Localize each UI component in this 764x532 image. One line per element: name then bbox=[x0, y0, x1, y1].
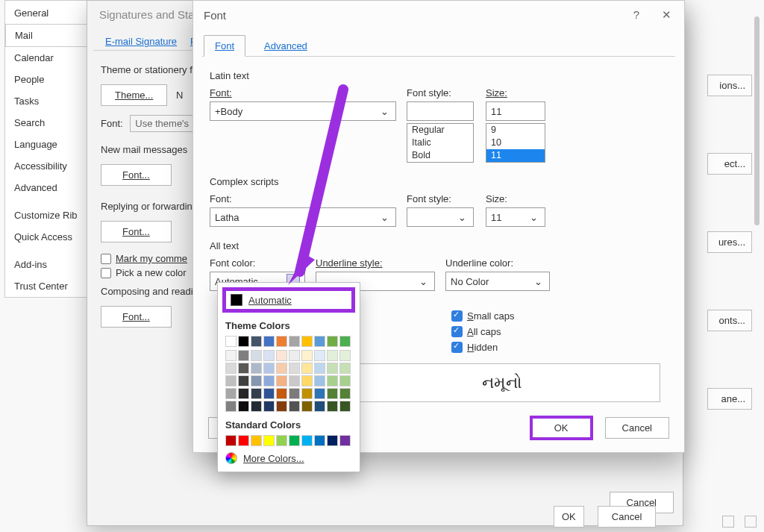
color-swatch[interactable] bbox=[289, 401, 300, 412]
latin-size-input[interactable]: 11 bbox=[486, 101, 545, 121]
theme-color-row[interactable] bbox=[222, 336, 355, 347]
color-swatch[interactable] bbox=[276, 336, 287, 347]
color-swatch[interactable] bbox=[263, 363, 275, 374]
stub-reading-pane[interactable]: ane... bbox=[707, 388, 752, 410]
latin-style-list[interactable]: Regular Italic Bold bbox=[407, 123, 474, 163]
complex-font-combo[interactable]: Latha⌄ bbox=[210, 207, 396, 227]
color-swatch[interactable] bbox=[327, 435, 338, 446]
color-swatch[interactable] bbox=[339, 336, 351, 347]
complex-size-combo[interactable]: 11⌄ bbox=[486, 207, 545, 227]
view-icon[interactable] bbox=[745, 516, 757, 528]
hidden-checkbox[interactable]: Hidden bbox=[451, 342, 515, 353]
color-swatch[interactable] bbox=[327, 375, 338, 387]
color-swatch[interactable] bbox=[301, 435, 313, 446]
color-swatch[interactable] bbox=[263, 350, 275, 361]
color-swatch[interactable] bbox=[314, 388, 325, 399]
color-swatch[interactable] bbox=[225, 350, 237, 361]
view-icon[interactable] bbox=[722, 516, 734, 528]
complex-style-combo[interactable]: ⌄ bbox=[407, 207, 474, 227]
color-swatch[interactable] bbox=[251, 388, 262, 399]
bg-ok-button[interactable]: OK bbox=[554, 506, 584, 528]
color-swatch[interactable] bbox=[314, 401, 325, 412]
color-swatch[interactable] bbox=[276, 350, 287, 361]
font-row-value[interactable]: Use theme's bbox=[130, 115, 194, 132]
color-swatch[interactable] bbox=[301, 388, 313, 399]
color-swatch[interactable] bbox=[301, 350, 313, 361]
color-swatch[interactable] bbox=[225, 388, 237, 399]
color-swatch[interactable] bbox=[314, 435, 325, 446]
small-caps-checkbox[interactable]: SSmall capsmall caps bbox=[451, 310, 515, 322]
latin-font-combo[interactable]: +Body⌄ bbox=[210, 101, 396, 121]
color-automatic-item[interactable]: Automatic bbox=[222, 287, 355, 313]
color-swatch[interactable] bbox=[289, 336, 300, 347]
color-swatch[interactable] bbox=[339, 350, 351, 361]
color-swatch[interactable] bbox=[276, 375, 287, 387]
color-swatch[interactable] bbox=[289, 388, 300, 399]
color-swatch[interactable] bbox=[276, 401, 287, 412]
color-swatch[interactable] bbox=[327, 401, 338, 412]
help-icon[interactable]: ? bbox=[629, 8, 644, 22]
color-swatch[interactable] bbox=[339, 401, 351, 412]
tab-email-signature[interactable]: E-mail Signature bbox=[104, 33, 178, 50]
color-swatch[interactable] bbox=[263, 435, 275, 446]
stub-options[interactable]: ions... bbox=[707, 75, 752, 96]
theme-button[interactable]: Theme... bbox=[101, 84, 167, 106]
underline-color-combo[interactable]: No Color⌄ bbox=[445, 272, 550, 291]
new-mail-font-button[interactable]: Font... bbox=[101, 164, 172, 186]
color-swatch[interactable] bbox=[327, 336, 338, 347]
color-swatch[interactable] bbox=[314, 350, 325, 361]
cancel-button[interactable]: Cancel bbox=[605, 417, 669, 439]
color-swatch[interactable] bbox=[225, 375, 237, 387]
color-swatch[interactable] bbox=[327, 350, 338, 361]
color-swatch[interactable] bbox=[314, 363, 325, 374]
color-swatch[interactable] bbox=[314, 336, 325, 347]
color-swatch[interactable] bbox=[276, 388, 287, 399]
color-swatch[interactable] bbox=[339, 375, 351, 387]
reply-font-button[interactable]: Font... bbox=[101, 221, 172, 242]
color-swatch[interactable] bbox=[251, 363, 262, 374]
color-swatch[interactable] bbox=[225, 435, 237, 446]
color-swatch[interactable] bbox=[301, 363, 313, 374]
color-swatch[interactable] bbox=[251, 375, 262, 387]
color-swatch[interactable] bbox=[339, 435, 351, 446]
font-color-popup[interactable]: Automatic Theme Colors Standard Colors M… bbox=[217, 282, 360, 472]
color-swatch[interactable] bbox=[238, 388, 249, 399]
color-swatch[interactable] bbox=[289, 375, 300, 387]
color-swatch[interactable] bbox=[289, 350, 300, 361]
standard-color-row[interactable] bbox=[222, 435, 355, 446]
theme-color-tints[interactable] bbox=[222, 350, 355, 412]
color-swatch[interactable] bbox=[251, 336, 262, 347]
all-caps-checkbox[interactable]: All caps bbox=[451, 326, 515, 337]
color-swatch[interactable] bbox=[225, 363, 237, 374]
tab-font[interactable]: Font bbox=[204, 35, 245, 57]
more-colors-item[interactable]: More Colors... bbox=[222, 446, 355, 467]
scrollbar[interactable] bbox=[754, 16, 760, 225]
stub-autocorrect[interactable]: ect... bbox=[707, 153, 752, 175]
color-swatch[interactable] bbox=[238, 363, 249, 374]
ok-button[interactable]: OK bbox=[531, 417, 592, 439]
close-icon[interactable]: ✕ bbox=[659, 8, 674, 22]
color-swatch[interactable] bbox=[327, 388, 338, 399]
compose-font-button[interactable]: Font... bbox=[101, 306, 172, 328]
color-swatch[interactable] bbox=[339, 363, 351, 374]
color-swatch[interactable] bbox=[263, 388, 275, 399]
color-swatch[interactable] bbox=[238, 401, 249, 412]
color-swatch[interactable] bbox=[238, 350, 249, 361]
color-swatch[interactable] bbox=[314, 375, 325, 387]
color-swatch[interactable] bbox=[251, 401, 262, 412]
color-swatch[interactable] bbox=[238, 435, 249, 446]
color-swatch[interactable] bbox=[263, 401, 275, 412]
tab-advanced[interactable]: Advanced bbox=[253, 35, 319, 57]
latin-style-input[interactable] bbox=[407, 101, 474, 121]
color-swatch[interactable] bbox=[327, 363, 338, 374]
color-swatch[interactable] bbox=[339, 388, 351, 399]
color-swatch[interactable] bbox=[301, 401, 313, 412]
stub-fonts[interactable]: onts... bbox=[707, 310, 752, 331]
color-swatch[interactable] bbox=[238, 375, 249, 387]
color-swatch[interactable] bbox=[225, 401, 237, 412]
stub-signatures[interactable]: ures... bbox=[707, 231, 752, 253]
color-swatch[interactable] bbox=[251, 350, 262, 361]
latin-size-list[interactable]: 9 10 11 bbox=[486, 123, 545, 163]
color-swatch[interactable] bbox=[289, 363, 300, 374]
color-swatch[interactable] bbox=[301, 336, 313, 347]
